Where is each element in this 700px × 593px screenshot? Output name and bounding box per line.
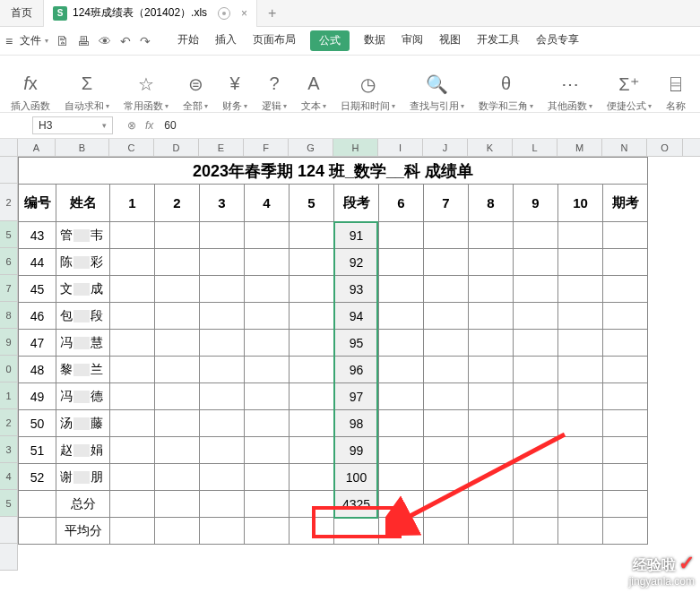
undo-icon[interactable]: ↶: [120, 34, 131, 48]
tab-review[interactable]: 审阅: [400, 30, 425, 51]
col-header-H[interactable]: H: [333, 139, 378, 156]
fx-label[interactable]: fx: [145, 119, 153, 132]
save-icon[interactable]: 🖺: [56, 34, 68, 48]
row-header[interactable]: 9: [0, 329, 17, 356]
col-header-O[interactable]: O: [647, 139, 683, 156]
ribbon-tabs: 开始 插入 页面布局 公式 数据 审阅 视图 开发工具 会员专享: [176, 30, 581, 51]
ribbon-all[interactable]: ⊜全部▾: [176, 59, 215, 113]
new-tab-button[interactable]: +: [257, 5, 287, 21]
hamburger-icon[interactable]: ≡: [5, 34, 13, 48]
table-row: 52谢朋100: [19, 464, 648, 491]
star-icon: ☆: [138, 72, 154, 97]
col-header-D[interactable]: D: [154, 139, 199, 156]
preview-icon[interactable]: 👁: [99, 34, 111, 48]
quick-access-toolbar: 🖺 🖶 👁 ↶ ↷: [56, 34, 151, 48]
ribbon-common-fn[interactable]: ☆常用函数▾: [117, 59, 176, 113]
hdr-bianhao: 编号: [19, 185, 56, 222]
redo-icon[interactable]: ↷: [140, 34, 151, 48]
watermark: 经验啦 ✓ jingyanla.com: [629, 552, 695, 588]
col-header-A[interactable]: A: [18, 139, 56, 156]
hdr-5: 5: [290, 185, 334, 222]
tab-pagelayout[interactable]: 页面布局: [251, 30, 298, 51]
table-row: 43管韦91: [19, 222, 648, 249]
col-header-K[interactable]: K: [468, 139, 513, 156]
hdr-3: 3: [200, 185, 245, 222]
ribbon-financial[interactable]: ¥财务▾: [215, 59, 255, 113]
row-header[interactable]: 1: [0, 382, 17, 409]
column-headers: A B C D E F G H I J K L M N O: [0, 139, 700, 157]
row-header[interactable]: 4: [0, 463, 17, 490]
col-header-M[interactable]: M: [557, 139, 602, 156]
tab-view[interactable]: 视图: [437, 30, 462, 51]
table-title: 2023年春季期 124 班_数学__科 成绩单: [19, 158, 648, 185]
tab-file[interactable]: S 124班成绩表（201402）.xls ×: [44, 0, 257, 27]
hdr-7: 7: [424, 185, 469, 222]
table-row: 46包段94: [19, 303, 648, 330]
col-header-G[interactable]: G: [289, 139, 333, 156]
col-header-F[interactable]: F: [244, 139, 289, 156]
col-header-B[interactable]: B: [56, 139, 109, 156]
print-icon[interactable]: 🖶: [77, 34, 90, 48]
row-header[interactable]: 0: [0, 356, 17, 382]
tab-home[interactable]: 首页: [0, 0, 44, 27]
cells-area[interactable]: 2023年春季期 124 班_数学__科 成绩单 编号 姓名 1 2 3 4 5…: [18, 157, 648, 571]
col-header-C[interactable]: C: [109, 139, 154, 156]
logic-icon: ?: [269, 72, 279, 97]
col-header-N[interactable]: N: [602, 139, 647, 156]
tab-member[interactable]: 会员专享: [534, 30, 581, 51]
tab-data[interactable]: 数据: [362, 30, 387, 51]
table-row: 51赵娟99: [19, 437, 648, 464]
ribbon-names[interactable]: ⌸名称: [659, 59, 693, 113]
hdr-6: 6: [379, 185, 424, 222]
file-name: 124班成绩表（201402）.xls: [73, 5, 207, 21]
total-label: 总分: [56, 491, 110, 518]
col-header-L[interactable]: L: [513, 139, 557, 156]
row-header[interactable]: 3: [0, 436, 17, 463]
ribbon-autosum[interactable]: Σ自动求和▾: [57, 59, 117, 113]
name-box[interactable]: H3 ▾: [32, 116, 113, 134]
row-header[interactable]: 2: [0, 184, 17, 221]
col-header-E[interactable]: E: [199, 139, 244, 156]
tab-insert[interactable]: 插入: [213, 30, 238, 51]
row-header[interactable]: [0, 544, 17, 571]
ribbon-datetime[interactable]: ◷日期和时间▾: [333, 59, 402, 113]
total-value: 4325: [334, 491, 379, 518]
row-header[interactable]: [0, 517, 17, 544]
col-header-I[interactable]: I: [378, 139, 423, 156]
menu-bar: ≡ 文件▾ 🖺 🖶 👁 ↶ ↷ 开始 插入 页面布局 公式 数据 审阅 视图 开…: [0, 27, 700, 56]
hdr-1: 1: [110, 185, 155, 222]
tab-close-icon[interactable]: ×: [241, 7, 247, 20]
hdr-xingming: 姓名: [56, 185, 110, 222]
table-row: 44陈彩92: [19, 249, 648, 276]
row-header[interactable]: [0, 157, 17, 184]
row-header[interactable]: 8: [0, 302, 17, 329]
names-icon: ⌸: [670, 72, 681, 97]
money-icon: ¥: [229, 72, 239, 97]
row-header[interactable]: 2: [0, 409, 17, 436]
tab-start[interactable]: 开始: [176, 30, 201, 51]
ribbon-insert-fn[interactable]: fx插入函数: [4, 59, 57, 113]
ribbon-lookup[interactable]: 🔍查找与引用▾: [402, 59, 471, 113]
ribbon-quick-formula[interactable]: Σ⁺便捷公式▾: [600, 59, 659, 113]
ribbon-text[interactable]: A文本▾: [294, 59, 333, 113]
check-icon: ✓: [678, 552, 695, 574]
cancel-icon[interactable]: ⊗: [127, 119, 136, 132]
select-all-corner[interactable]: [0, 139, 18, 156]
formula-input[interactable]: 60: [159, 119, 695, 132]
row-header[interactable]: 6: [0, 248, 17, 275]
ribbon-other-fn[interactable]: ⋯其他函数▾: [540, 59, 600, 113]
ribbon-logical[interactable]: ?逻辑▾: [255, 59, 294, 113]
tab-devtools[interactable]: 开发工具: [475, 30, 522, 51]
row-header[interactable]: 5: [0, 490, 17, 517]
tab-formula[interactable]: 公式: [310, 30, 350, 51]
row-header[interactable]: 7: [0, 275, 17, 302]
row-header[interactable]: 5: [0, 221, 17, 248]
ribbon-math[interactable]: θ数学和三角▾: [471, 59, 540, 113]
name-box-value: H3: [39, 119, 52, 132]
file-menu[interactable]: 文件▾: [20, 33, 48, 48]
table-row: 48黎兰96: [19, 357, 648, 383]
table-row: 47冯慧95: [19, 330, 648, 357]
hdr-qikao: 期考: [603, 185, 648, 222]
tab-indicator-icon: [218, 7, 230, 20]
col-header-J[interactable]: J: [423, 139, 468, 156]
